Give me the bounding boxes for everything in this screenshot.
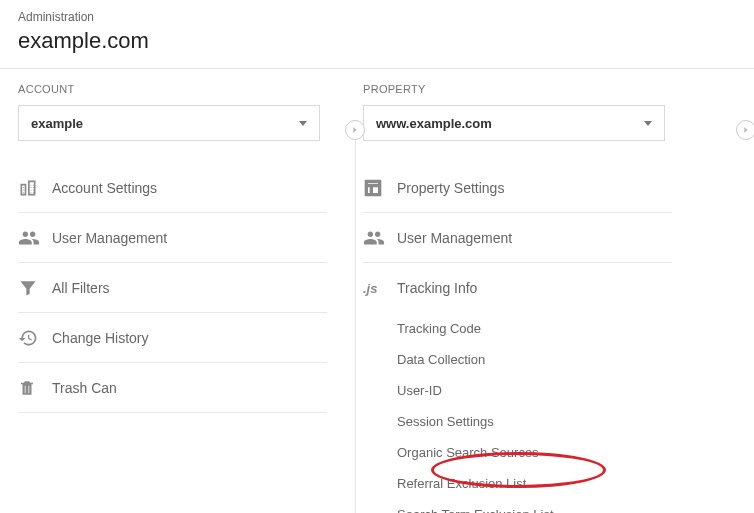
organic-search-sources-item[interactable]: Organic Search Sources (397, 437, 672, 468)
people-icon (18, 227, 52, 249)
tracking-sub-items: Tracking Code Data Collection User-ID Se… (363, 313, 672, 513)
menu-label: Trash Can (52, 380, 117, 396)
account-all-filters-row[interactable]: All Filters (18, 263, 327, 313)
data-collection-item[interactable]: Data Collection (397, 344, 672, 375)
search-term-exclusion-list-item[interactable]: Search Term Exclusion List (397, 499, 672, 513)
caret-down-icon (299, 121, 307, 126)
account-dropdown-value: example (31, 116, 83, 131)
property-tracking-info-row[interactable]: .js Tracking Info (363, 263, 672, 313)
property-heading: PROPERTY (363, 83, 672, 95)
breadcrumb: Administration (18, 10, 736, 24)
account-settings-row[interactable]: Account Settings (18, 163, 327, 213)
menu-label: Tracking Info (397, 280, 477, 296)
property-settings-row[interactable]: Property Settings (363, 163, 672, 213)
page-title: example.com (18, 28, 736, 54)
arrow-right-icon (741, 125, 751, 135)
account-column: ACCOUNT example Account Settings User Ma… (0, 83, 345, 513)
layout-icon (363, 178, 397, 198)
filter-icon (18, 278, 52, 298)
js-icon: .js (363, 281, 397, 296)
caret-down-icon (644, 121, 652, 126)
property-column: PROPERTY www.example.com Property Settin… (345, 83, 690, 513)
column-nav-arrow-left[interactable] (345, 120, 365, 140)
building-icon (18, 178, 52, 198)
menu-label: All Filters (52, 280, 110, 296)
property-dropdown[interactable]: www.example.com (363, 105, 665, 141)
people-icon (363, 227, 397, 249)
menu-label: User Management (397, 230, 512, 246)
menu-label: Change History (52, 330, 149, 346)
tracking-code-item[interactable]: Tracking Code (397, 313, 672, 344)
account-change-history-row[interactable]: Change History (18, 313, 327, 363)
session-settings-item[interactable]: Session Settings (397, 406, 672, 437)
arrow-right-icon (350, 125, 360, 135)
account-heading: ACCOUNT (18, 83, 327, 95)
user-id-item[interactable]: User-ID (397, 375, 672, 406)
column-nav-arrow-right[interactable] (736, 120, 754, 140)
trash-icon (18, 378, 52, 398)
menu-label: Property Settings (397, 180, 504, 196)
account-user-management-row[interactable]: User Management (18, 213, 327, 263)
account-trash-can-row[interactable]: Trash Can (18, 363, 327, 413)
property-dropdown-value: www.example.com (376, 116, 492, 131)
account-dropdown[interactable]: example (18, 105, 320, 141)
history-icon (18, 328, 52, 348)
menu-label: User Management (52, 230, 167, 246)
menu-label: Account Settings (52, 180, 157, 196)
referral-exclusion-list-item[interactable]: Referral Exclusion List (397, 468, 672, 499)
property-user-management-row[interactable]: User Management (363, 213, 672, 263)
